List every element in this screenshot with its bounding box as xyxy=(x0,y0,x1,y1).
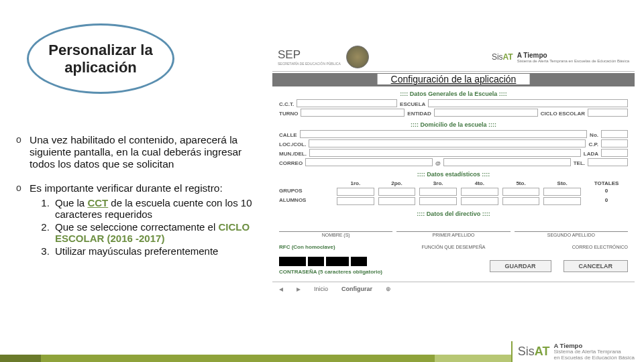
grupos-4[interactable] xyxy=(461,188,498,196)
grupos-5[interactable] xyxy=(502,188,540,196)
section-domicilio: :::: Domicilio de la escuela :::: xyxy=(272,121,635,128)
sub-2: Que se seleccione correctamente el CICLO… xyxy=(52,221,263,244)
grupos-2[interactable] xyxy=(378,188,416,196)
stats-table: 1ro. 2po. 3ro. 4to. 5to. Sto. TOTALES GR… xyxy=(272,179,635,206)
alumnos-2[interactable] xyxy=(378,197,416,205)
primer-apellido-field[interactable] xyxy=(396,223,510,232)
bullet-1: Una vez habilitado el contenido, aparece… xyxy=(15,134,263,170)
sisat-logo: SisAT A Tiempo Sistema de Alerta Tempran… xyxy=(492,52,629,63)
sheet-next-icon[interactable]: ▸ xyxy=(297,284,301,294)
footer-accent-bar xyxy=(0,355,511,362)
sheet-prev-icon[interactable]: ◂ xyxy=(279,284,283,294)
entidad-field[interactable] xyxy=(434,109,538,117)
cp-field[interactable] xyxy=(601,139,628,147)
bullet-2: Es importante verificar durante el regis… xyxy=(15,182,263,257)
guardar-button[interactable]: GUARDAR xyxy=(490,260,551,272)
numero-field[interactable] xyxy=(601,130,628,138)
alumnos-6[interactable] xyxy=(543,197,581,205)
title-bubble: Personalizar la aplicación xyxy=(27,23,174,94)
cancelar-button[interactable]: CANCELAR xyxy=(564,260,629,272)
embedded-app-screenshot: SEP SECRETARÍA DE EDUCACIÓN PÚBLICA SisA… xyxy=(272,43,635,331)
sub-1: Que la CCT de la escuela cuente con los … xyxy=(52,197,263,220)
calle-field[interactable] xyxy=(300,130,587,138)
page-footer: SisAT A Tiempo Sistema de Alerta Tempran… xyxy=(0,341,644,362)
segundo-apellido-field[interactable] xyxy=(515,223,628,232)
section-datos-generales: :::: Datos Generales de la Escuela :::: xyxy=(272,90,635,97)
correo-dom-field[interactable] xyxy=(443,158,571,166)
cct-field[interactable] xyxy=(297,99,397,107)
sep-logo: SEP SECRETARÍA DE EDUCACIÓN PÚBLICA xyxy=(278,46,369,68)
correo-field[interactable] xyxy=(305,158,433,166)
title-text: Personalizar la aplicación xyxy=(29,42,172,76)
mun-field[interactable] xyxy=(309,149,581,157)
ciclo-field[interactable] xyxy=(588,109,628,117)
tel-field[interactable] xyxy=(588,158,628,166)
section-estadisticos: :::: Datos estadísticos :::: xyxy=(272,171,635,178)
alumnos-4[interactable] xyxy=(461,197,498,205)
section-directivo: :::: Datos del directivo :::: xyxy=(272,210,635,217)
grupos-1[interactable] xyxy=(337,188,374,196)
lada-field[interactable] xyxy=(601,149,628,157)
app-header: SEP SECRETARÍA DE EDUCACIÓN PÚBLICA SisA… xyxy=(272,43,635,72)
gov-seal-icon xyxy=(346,46,369,68)
sheet-tabs: ◂ ▸ Inicio Configurar ⊕ xyxy=(272,282,635,296)
panel-title-bar: Configuración de la aplicación xyxy=(272,73,635,86)
loc-field[interactable] xyxy=(309,139,586,147)
footer-logo: SisAT A Tiempo Sistema de Alerta Tempran… xyxy=(511,341,644,362)
tab-inicio[interactable]: Inicio xyxy=(314,286,328,292)
add-sheet-icon[interactable]: ⊕ xyxy=(386,286,391,292)
nombre-field[interactable] xyxy=(279,223,392,232)
tab-configurar[interactable]: Configurar xyxy=(341,286,372,292)
panel-title: Configuración de la aplicación xyxy=(378,74,530,84)
sub-3: Utilizar mayúsculas preferentemente xyxy=(52,245,263,257)
escuela-field[interactable] xyxy=(428,99,628,107)
rfc-input-group[interactable] xyxy=(279,257,382,266)
alumnos-1[interactable] xyxy=(337,197,374,205)
alumnos-5[interactable] xyxy=(502,197,540,205)
alumnos-3[interactable] xyxy=(419,197,457,205)
instruction-panel: Una vez habilitado el contenido, aparece… xyxy=(15,134,263,269)
grupos-3[interactable] xyxy=(419,188,457,196)
turno-field[interactable] xyxy=(301,109,405,117)
grupos-6[interactable] xyxy=(543,188,581,196)
